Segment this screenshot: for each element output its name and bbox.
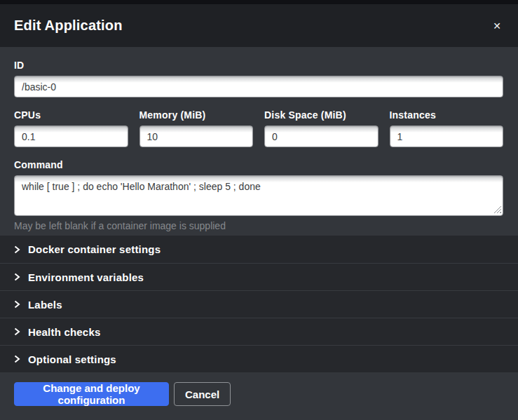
- id-field-group: ID: [14, 60, 503, 97]
- instances-field-group: Instances: [390, 109, 504, 147]
- command-textarea-wrap: while [ true ] ; do echo 'Hello Marathon…: [14, 175, 503, 216]
- section-labels[interactable]: Labels: [0, 290, 518, 318]
- command-field-label: Command: [14, 159, 503, 170]
- command-help-text: May be left blank if a container image i…: [14, 220, 503, 231]
- section-label: Docker container settings: [28, 243, 161, 255]
- section-docker-container-settings[interactable]: Docker container settings: [0, 236, 518, 263]
- disk-field-group: Disk Space (MiB): [264, 109, 379, 147]
- modal-body: ID CPUs Memory (MiB) Disk Space (MiB) In…: [0, 47, 518, 236]
- chevron-right-icon: [14, 245, 20, 254]
- memory-field-label: Memory (MiB): [139, 109, 254, 121]
- cpus-field-group: CPUs: [14, 109, 128, 147]
- cpus-field-label: CPUs: [14, 109, 128, 121]
- section-optional-settings[interactable]: Optional settings: [0, 345, 518, 372]
- modal-title: Edit Application: [14, 18, 123, 34]
- section-label: Health checks: [28, 326, 100, 338]
- section-label: Optional settings: [28, 353, 116, 365]
- modal-footer: Change and deploy configuration Cancel: [0, 372, 518, 420]
- section-label: Labels: [28, 299, 62, 311]
- chevron-right-icon: [14, 273, 20, 281]
- chevron-right-icon: [14, 300, 20, 309]
- collapsible-sections: Docker container settings Environment va…: [0, 236, 518, 372]
- modal-header: Edit Application ✕: [0, 4, 518, 47]
- close-icon[interactable]: ✕: [490, 18, 504, 34]
- disk-field[interactable]: [264, 126, 379, 147]
- id-field[interactable]: [14, 76, 503, 97]
- edit-application-modal: Edit Application ✕ ID CPUs Memory (MiB) …: [0, 0, 518, 420]
- change-and-deploy-button[interactable]: Change and deploy configuration: [14, 382, 169, 406]
- section-label: Environment variables: [28, 271, 144, 283]
- id-field-label: ID: [14, 60, 503, 71]
- resource-fields-row: CPUs Memory (MiB) Disk Space (MiB) Insta…: [14, 109, 503, 147]
- chevron-right-icon: [14, 355, 20, 363]
- section-health-checks[interactable]: Health checks: [0, 318, 518, 345]
- cpus-field[interactable]: [14, 126, 128, 147]
- section-environment-variables[interactable]: Environment variables: [0, 263, 518, 290]
- chevron-right-icon: [14, 327, 20, 336]
- command-field[interactable]: while [ true ] ; do echo 'Hello Marathon…: [14, 175, 503, 216]
- command-field-group: Command while [ true ] ; do echo 'Hello …: [14, 159, 503, 231]
- cancel-button[interactable]: Cancel: [174, 382, 231, 406]
- instances-field-label: Instances: [390, 109, 504, 121]
- memory-field-group: Memory (MiB): [139, 109, 254, 147]
- memory-field[interactable]: [139, 126, 254, 147]
- disk-field-label: Disk Space (MiB): [264, 109, 379, 121]
- instances-field[interactable]: [390, 126, 504, 147]
